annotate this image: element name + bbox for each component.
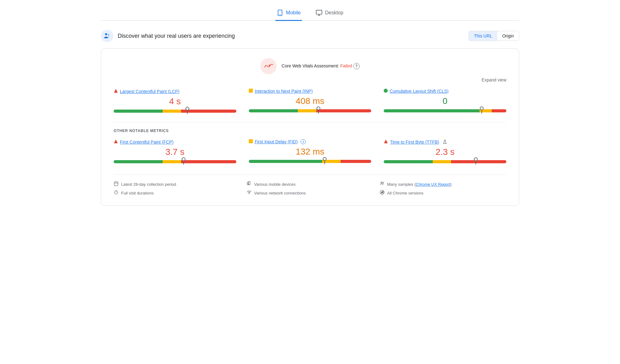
chrome-ux-report-link[interactable]: Chrome UX Report <box>416 182 450 187</box>
svg-marker-13 <box>384 140 388 143</box>
svg-point-6 <box>108 34 109 36</box>
tab-desktop[interactable]: Desktop <box>314 6 345 21</box>
header-title: Discover what your real users are experi… <box>118 33 235 39</box>
fid-name[interactable]: First Input Delay (FID) <box>255 139 298 144</box>
section-divider <box>114 122 506 122</box>
assessment-title: Core Web Vitals Assessment: <box>282 63 339 68</box>
inp-label-row: Interaction to Next Paint (INP) <box>249 89 372 94</box>
other-metrics-grid: First Contentful Paint (FCP) 3.7 s <box>114 139 506 165</box>
help-icon[interactable]: ? <box>353 63 360 69</box>
footer-chrome-text: All Chrome versions <box>387 191 423 195</box>
footer-visit-durations: Full visit durations <box>114 190 240 196</box>
url-origin-toggle: This URL Origin <box>469 31 519 41</box>
footer-grid: Latest 28-day collection period Full vis… <box>114 175 506 196</box>
cls-bar <box>384 109 506 112</box>
ttfb-indicator <box>384 139 388 145</box>
cls-indicator <box>384 89 388 94</box>
header-left: Discover what your real users are experi… <box>101 30 235 42</box>
lcp-bar-red <box>181 110 236 113</box>
desktop-icon <box>316 9 322 16</box>
fcp-bar <box>114 160 236 163</box>
svg-point-27 <box>383 182 384 183</box>
svg-marker-11 <box>114 140 118 143</box>
svg-point-5 <box>105 33 107 35</box>
inp-bar-green <box>249 109 298 112</box>
fcp-label-row: First Contentful Paint (FCP) <box>114 139 236 145</box>
tabs-bar: Mobile Desktop <box>101 6 519 21</box>
inp-bar-red <box>316 109 372 112</box>
this-url-button[interactable]: This URL <box>469 31 497 41</box>
assessment-status: Failed <box>340 63 352 68</box>
ttfb-marker <box>475 159 476 165</box>
inp-name[interactable]: Interaction to Next Paint (INP) <box>255 89 313 94</box>
fid-value: 132 ms <box>249 147 372 157</box>
lcp-indicator <box>114 89 118 94</box>
fid-label-row: First Input Delay (FID) i <box>249 139 372 144</box>
metric-fid: First Input Delay (FID) i 132 ms <box>249 139 372 165</box>
fcp-value: 3.7 s <box>114 147 236 157</box>
footer-mobile-devices: Various mobile devices <box>247 181 373 187</box>
inp-bar-orange <box>298 109 316 112</box>
fid-marker <box>324 159 325 164</box>
svg-rect-12 <box>249 139 253 143</box>
cls-value: 0 <box>384 96 506 106</box>
cls-bar-red <box>492 109 506 112</box>
lcp-name[interactable]: Largest Contentful Paint (LCP) <box>120 89 180 94</box>
chrome-icon <box>380 190 385 196</box>
footer-chrome: All Chrome versions <box>380 190 506 196</box>
ttfb-bar-red <box>451 160 506 163</box>
fid-indicator <box>249 139 253 144</box>
metric-ttfb: Time to First Byte (TTFB) 2.3 s <box>384 139 506 165</box>
metric-lcp: Largest Contentful Paint (LCP) 4 s <box>114 89 236 115</box>
svg-point-10 <box>384 89 388 93</box>
footer-collection-period-text: Latest 28-day collection period <box>121 182 176 187</box>
inp-indicator <box>249 89 253 94</box>
fcp-bar-red <box>181 160 236 163</box>
expand-view-button[interactable]: Expand view <box>114 77 506 82</box>
svg-rect-2 <box>316 10 322 14</box>
footer-network: Various network connections <box>247 190 373 196</box>
cls-marker <box>481 108 482 114</box>
cls-name[interactable]: Cumulative Layout Shift (CLS) <box>390 89 448 94</box>
ttfb-bar <box>384 160 506 163</box>
ttfb-bar-green <box>384 160 433 163</box>
footer-col3: Many samples (Chrome UX Report) All Chro… <box>380 181 506 196</box>
inp-value: 408 ms <box>249 96 372 106</box>
ttfb-name[interactable]: Time to First Byte (TTFB) <box>390 140 439 145</box>
svg-point-25 <box>249 194 249 194</box>
fcp-bar-orange <box>163 160 181 163</box>
mobile-devices-icon <box>247 181 252 187</box>
metric-fcp: First Contentful Paint (FCP) 3.7 s <box>114 139 236 165</box>
assessment-title-row: Core Web Vitals Assessment: Failed ? <box>282 63 360 69</box>
ttfb-beaker-icon[interactable] <box>442 140 447 145</box>
ttfb-value: 2.3 s <box>384 147 506 157</box>
tab-mobile[interactable]: Mobile <box>275 6 302 21</box>
fcp-indicator <box>114 139 118 145</box>
svg-point-26 <box>381 182 382 183</box>
footer-col2: Various mobile devices Various network c… <box>247 181 373 196</box>
svg-marker-7 <box>268 64 270 66</box>
footer-visit-text: Full visit durations <box>121 191 154 195</box>
footer-network-text: Various network connections <box>254 191 306 195</box>
svg-rect-15 <box>114 182 118 186</box>
fid-bar-green <box>249 160 322 163</box>
assessment-icon <box>260 58 277 74</box>
lcp-bar <box>114 110 236 113</box>
footer-samples: Many samples (Chrome UX Report) <box>380 181 506 187</box>
ttfb-bar-orange <box>433 160 451 163</box>
metric-cls: Cumulative Layout Shift (CLS) 0 <box>384 89 506 115</box>
mobile-icon <box>277 9 283 16</box>
other-metrics-label: OTHER NOTABLE METRICS <box>114 129 506 133</box>
origin-button[interactable]: Origin <box>497 31 519 41</box>
fcp-name[interactable]: First Contentful Paint (FCP) <box>120 140 174 145</box>
tab-mobile-label: Mobile <box>286 10 301 16</box>
metric-inp: Interaction to Next Paint (INP) 408 ms <box>249 89 372 115</box>
fid-info-icon[interactable]: i <box>301 139 306 144</box>
calendar-icon <box>114 181 119 187</box>
fcp-bar-green <box>114 160 163 163</box>
people-icon <box>380 181 385 187</box>
cls-label-row: Cumulative Layout Shift (CLS) <box>384 89 506 94</box>
timer-icon <box>114 190 119 196</box>
fcp-marker <box>183 159 184 165</box>
assessment-header: Core Web Vitals Assessment: Failed ? <box>114 58 506 74</box>
